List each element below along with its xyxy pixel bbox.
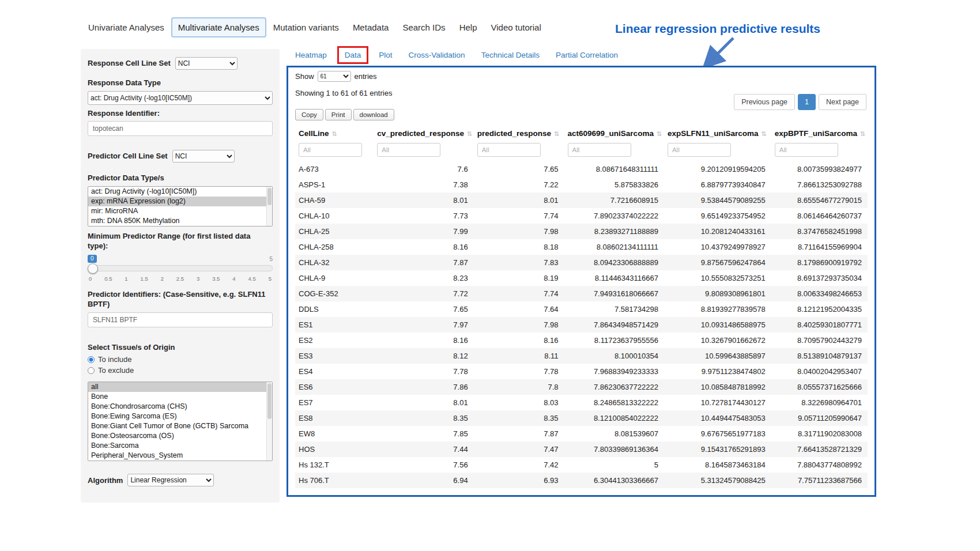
table-row[interactable]: COG-E-3527.727.747.949316180666679.80893… bbox=[295, 286, 868, 301]
download-button[interactable]: download bbox=[353, 109, 394, 120]
value-cell: 8.19 bbox=[474, 270, 564, 286]
export-buttons: CopyPrintdownload bbox=[295, 109, 868, 120]
min-predictor-range-slider[interactable]: 0 5 00.511.522.533.544.55 bbox=[88, 255, 273, 285]
tissue-listbox[interactable]: allBoneBone:Chondrosarcoma (CHS)Bone:Ewi… bbox=[88, 382, 273, 461]
sort-icon[interactable]: ⇅ bbox=[657, 130, 662, 137]
table-row[interactable]: CHLA-107.737.747.890233740222229.6514923… bbox=[295, 208, 868, 224]
filter-input-act609699-unisarcoma[interactable] bbox=[568, 143, 631, 157]
scrollbar-thumb[interactable] bbox=[267, 188, 272, 206]
tissue-option-bone-sarcoma[interactable]: Bone:Sarcoma bbox=[88, 441, 272, 451]
filter-input-cv-predicted-response[interactable] bbox=[377, 143, 440, 157]
column-header-cv-predicted-response[interactable]: cv_predicted_response⇅ bbox=[374, 124, 473, 142]
response-identifier-label: Response Identifier: bbox=[88, 108, 273, 119]
nav-item-video-tutorial[interactable]: Video tutorial bbox=[484, 17, 548, 37]
filter-input-expslfn11-unisarcoma[interactable] bbox=[668, 143, 731, 157]
table-row[interactable]: A-6737.67.658.086716483111119.2012091959… bbox=[295, 161, 868, 177]
listbox-scrollbar[interactable] bbox=[266, 382, 272, 461]
response-cell-line-set-select[interactable]: NCI bbox=[175, 57, 238, 70]
sort-icon[interactable]: ⇅ bbox=[762, 130, 767, 137]
table-row[interactable]: CHLA-257.997.988.2389327118888910.208124… bbox=[295, 224, 868, 239]
table-row[interactable]: ES38.128.118.10001035410.5996438858978.5… bbox=[295, 348, 868, 364]
print-button[interactable]: Print bbox=[325, 109, 352, 120]
table-row[interactable]: Hs 706.T6.946.936.304413033666675.313245… bbox=[295, 473, 868, 488]
scrollbar-thumb[interactable] bbox=[267, 383, 272, 418]
table-row[interactable]: ES17.977.987.8643494857142910.0931486588… bbox=[295, 317, 868, 333]
listbox-scrollbar[interactable] bbox=[266, 187, 272, 226]
next-page-button[interactable]: Next page bbox=[819, 94, 866, 110]
table-row[interactable]: Hs 132.T7.567.4258.16458734631847.880437… bbox=[295, 457, 868, 473]
cellline-cell: ES1 bbox=[295, 317, 374, 333]
value-cell: 8.35 bbox=[374, 410, 473, 426]
tissue-option-bone-ewing-sarcoma-es[interactable]: Bone:Ewing Sarcoma (ES) bbox=[88, 412, 272, 421]
copy-button[interactable]: Copy bbox=[295, 109, 323, 120]
tab-plot[interactable]: Plot bbox=[379, 51, 392, 59]
predictor-data-types-listbox[interactable]: act: Drug Activity (-log10[IC50M])exp: m… bbox=[88, 186, 273, 227]
value-cell: 7.66413528721329 bbox=[771, 441, 868, 457]
tissue-option-all[interactable]: all bbox=[88, 382, 272, 392]
tab-data[interactable]: Data bbox=[337, 46, 369, 64]
sort-icon[interactable]: ⇅ bbox=[332, 130, 337, 137]
previous-page-button[interactable]: Previous page bbox=[734, 94, 795, 110]
table-row[interactable]: HOS7.447.477.803398691363649.15431765291… bbox=[295, 441, 868, 457]
tissue-exclude-radio[interactable]: To exclude bbox=[88, 366, 273, 375]
column-header-expslfn11-unisarcoma[interactable]: expSLFN11_uniSarcoma⇅ bbox=[664, 124, 771, 142]
value-cell: 7.72 bbox=[374, 286, 473, 301]
table-row[interactable]: ES78.018.038.2486581332222210.7278174430… bbox=[295, 395, 868, 410]
column-header-act609699-unisarcoma[interactable]: act609699_uniSarcoma⇅ bbox=[564, 124, 664, 142]
sort-icon[interactable]: ⇅ bbox=[467, 130, 472, 137]
table-row[interactable]: CHLA-327.877.838.094233068888899.8756759… bbox=[295, 255, 868, 270]
filter-input-cellline[interactable] bbox=[299, 143, 362, 157]
tissue-option-bone-chondrosarcoma-chs[interactable]: Bone:Chondrosarcoma (CHS) bbox=[88, 402, 272, 412]
algorithm-select[interactable]: Linear Regression bbox=[127, 474, 214, 486]
response-identifier-input[interactable] bbox=[88, 121, 273, 136]
table-row[interactable]: EW87.857.878.0815396079.676756519771838.… bbox=[295, 426, 868, 441]
sort-icon[interactable]: ⇅ bbox=[554, 130, 559, 137]
predictor-identifiers-input[interactable] bbox=[88, 312, 273, 327]
filter-input-predicted-response[interactable] bbox=[477, 143, 541, 157]
predictor-data-type-option-mir-microrna[interactable]: mir: MicroRNA bbox=[88, 206, 272, 216]
table-row[interactable]: ES88.358.358.1210085402222210.4494475483… bbox=[295, 410, 868, 426]
current-page-button[interactable]: 1 bbox=[798, 94, 816, 110]
response-data-type-select[interactable]: act: Drug Activity (-log10[IC50M]) bbox=[88, 91, 273, 105]
table-row[interactable]: CHLA-98.238.198.1144634311666710.5550832… bbox=[295, 270, 868, 286]
nav-item-mutation-variants[interactable]: Mutation variants bbox=[266, 17, 346, 37]
column-header-cellline[interactable]: CellLine⇅ bbox=[295, 124, 374, 142]
filter-input-expbptf-unisarcoma[interactable] bbox=[775, 143, 838, 157]
nav-item-help[interactable]: Help bbox=[453, 17, 484, 37]
value-cell: 7.38 bbox=[374, 177, 473, 193]
nav-item-univariate-analyses[interactable]: Univariate Analyses bbox=[81, 17, 171, 37]
predictor-data-type-option-exp-mrna-expression-log2[interactable]: exp: mRNA Expression (log2) bbox=[88, 197, 272, 206]
table-filter-row bbox=[295, 142, 868, 161]
tissue-include-radio[interactable]: To include bbox=[88, 355, 273, 364]
tab-cross-validation[interactable]: Cross-Validation bbox=[409, 51, 465, 59]
table-row[interactable]: CHA-598.018.017.72166089159.538445790892… bbox=[295, 193, 868, 208]
slider-handle[interactable] bbox=[88, 263, 98, 274]
cellline-cell: CHLA-25 bbox=[295, 224, 374, 239]
tissue-option-peripheral-nervous-system[interactable]: Peripheral_Nervous_System bbox=[88, 451, 272, 461]
tab-heatmap[interactable]: Heatmap bbox=[295, 51, 327, 59]
value-cell: 8.17986900919792 bbox=[771, 255, 868, 270]
tissue-option-bone-osteosarcoma-os[interactable]: Bone:Osteosarcoma (OS) bbox=[88, 431, 272, 441]
table-row[interactable]: DDLS7.657.647.5817342988.819392778395788… bbox=[295, 301, 868, 317]
tissue-option-bone[interactable]: Bone bbox=[88, 392, 272, 402]
nav-item-search-ids[interactable]: Search IDs bbox=[395, 17, 452, 37]
slider-track[interactable] bbox=[88, 265, 273, 271]
sort-icon[interactable]: ⇅ bbox=[860, 130, 865, 137]
nav-item-metadata[interactable]: Metadata bbox=[346, 17, 396, 37]
predictor-cell-line-set-select[interactable]: NCI bbox=[172, 150, 235, 163]
predictor-data-type-option-mth-dna-850k-methylation[interactable]: mth: DNA 850K Methylation bbox=[88, 216, 272, 226]
tab-technical-details[interactable]: Technical Details bbox=[481, 51, 540, 59]
column-header-predicted-response[interactable]: predicted_response⇅ bbox=[474, 124, 564, 142]
table-row[interactable]: ES47.787.787.968839492333339.97511238474… bbox=[295, 364, 868, 379]
tissue-option-bone-giant-cell-tumor-of-bone-gctb-sarcoma[interactable]: Bone:Giant Cell Tumor of Bone (GCTB) Sar… bbox=[88, 421, 272, 431]
tab-partial-correlation[interactable]: Partial Correlation bbox=[556, 51, 618, 59]
predictor-data-type-option-act-drug-activity-log10-ic50m[interactable]: act: Drug Activity (-log10[IC50M]) bbox=[88, 187, 272, 197]
nav-item-multivariate-analyses[interactable]: Multivariate Analyses bbox=[171, 17, 266, 37]
entries-count-select[interactable]: 61 bbox=[318, 71, 351, 82]
table-row[interactable]: ASPS-17.387.225.8758338266.8879773934084… bbox=[295, 177, 868, 193]
column-header-expbptf-unisarcoma[interactable]: expBPTF_uniSarcoma⇅ bbox=[771, 124, 868, 142]
table-row[interactable]: ES67.867.87.8623063772222210.08584878189… bbox=[295, 379, 868, 395]
table-row[interactable]: CHLA-2588.168.188.0860213411111110.43792… bbox=[295, 239, 868, 255]
table-row[interactable]: ES28.168.168.1172363795555610.3267901662… bbox=[295, 333, 868, 348]
value-cell: 7.42 bbox=[474, 457, 564, 473]
